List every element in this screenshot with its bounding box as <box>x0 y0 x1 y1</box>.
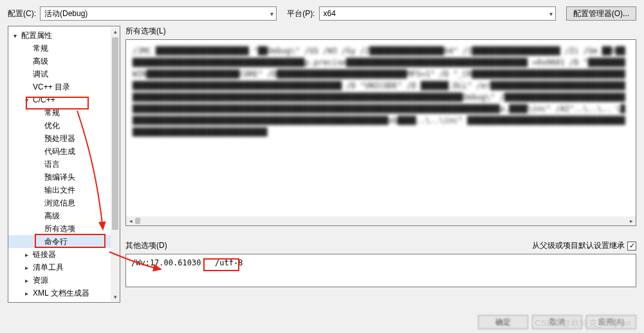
other-options-wv: /Wv:17.00.61030 <box>131 258 201 267</box>
other-options-utf8: /utf-8 <box>215 258 243 267</box>
config-combobox[interactable]: 活动(Debug) ▾ <box>40 6 277 21</box>
expander-closed-icon[interactable]: ▸ <box>25 264 33 271</box>
tree-item-12[interactable]: 输出文件 <box>8 184 112 196</box>
tree-item-label: 预处理器 <box>44 133 75 144</box>
tree-item-label: 高级 <box>33 56 48 67</box>
tree-item-label: 清单工具 <box>33 262 64 273</box>
expander-closed-icon[interactable]: ▸ <box>25 290 33 297</box>
chevron-down-icon: ▾ <box>549 10 553 17</box>
tree-item-label: XML 文档生成器 <box>33 288 89 299</box>
other-options-textarea[interactable]: /Wv:17.00.61030 /utf-8 <box>125 254 636 287</box>
expander-open-icon[interactable]: ▾ <box>14 32 21 39</box>
scroll-right-icon[interactable]: ▸ <box>627 216 636 225</box>
tree-item-15[interactable]: 所有选项 <box>8 222 112 235</box>
tree-item-8[interactable]: 预处理器 <box>8 132 112 145</box>
tree-item-label: 链接器 <box>33 249 56 260</box>
config-manager-button[interactable]: 配置管理器(O)... <box>566 6 636 21</box>
scroll-down-icon[interactable]: ▾ <box>111 292 120 301</box>
tree-item-13[interactable]: 浏览信息 <box>8 196 112 209</box>
scrollbar-thumb[interactable] <box>112 37 118 230</box>
tree-item-label: 优化 <box>44 120 60 131</box>
tree-item-10[interactable]: 语言 <box>8 158 112 171</box>
tree-scrollbar[interactable]: ▴ ▾ <box>111 27 120 301</box>
property-tree: ▾配置属性常规高级调试VC++ 目录▾C/C++常规优化预处理器代码生成语言预编… <box>8 26 120 303</box>
tree-item-1[interactable]: 常规 <box>8 42 112 55</box>
tree-item-label: 命令行 <box>44 236 68 247</box>
tree-item-label: 常规 <box>33 43 48 54</box>
tree-item-3[interactable]: 调试 <box>8 68 112 81</box>
tree-item-19[interactable]: ▸资源 <box>8 274 112 287</box>
platform-value: x64 <box>324 9 336 18</box>
tree-item-16[interactable]: 命令行 <box>8 235 112 248</box>
tree-item-5[interactable]: ▾C/C++ <box>8 93 112 106</box>
scroll-left-icon[interactable]: ◂ <box>126 216 135 225</box>
tree-item-7[interactable]: 优化 <box>8 119 112 132</box>
tree-item-label: C/C++ <box>33 95 55 104</box>
tree-item-0[interactable]: ▾配置属性 <box>8 29 112 42</box>
config-label: 配置(C): <box>8 8 36 19</box>
tree-item-4[interactable]: VC++ 目录 <box>8 81 112 93</box>
tree-item-label: 常规 <box>44 108 60 119</box>
other-options-label: 其他选项(D) <box>125 240 167 251</box>
tree-item-14[interactable]: 高级 <box>8 209 112 222</box>
tree-item-label: 预编译头 <box>44 172 75 183</box>
chevron-down-icon: ▾ <box>270 10 273 17</box>
tree-item-label: 输出文件 <box>44 185 75 196</box>
tree-item-label: 浏览信息 <box>44 198 75 209</box>
tree-item-6[interactable]: 常规 <box>8 106 112 119</box>
platform-combobox[interactable]: x64 ▾ <box>319 6 556 21</box>
tree-item-17[interactable]: ▸链接器 <box>8 248 112 261</box>
all-options-text: /JMC ████████████████████ "██Debug\" /GS… <box>126 40 636 143</box>
config-value: 活动(Debug) <box>44 8 87 19</box>
inherit-label: 从父级或项目默认设置继承 <box>532 240 625 251</box>
platform-label: 平台(P): <box>287 8 315 19</box>
tree-item-18[interactable]: ▸清单工具 <box>8 261 112 274</box>
expander-closed-icon[interactable]: ▸ <box>25 251 33 258</box>
tree-item-label: VC++ 目录 <box>33 82 70 93</box>
tree-item-label: 高级 <box>44 211 60 222</box>
scrollbar-thumb[interactable] <box>135 218 140 224</box>
tree-item-label: 配置属性 <box>21 30 52 41</box>
tree-item-11[interactable]: 预编译头 <box>8 171 112 184</box>
all-options-label: 所有选项(L) <box>125 26 636 37</box>
expander-open-icon[interactable]: ▾ <box>25 97 33 104</box>
scroll-up-icon[interactable]: ▴ <box>111 27 120 36</box>
tree-item-9[interactable]: 代码生成 <box>8 145 112 158</box>
all-options-h-scrollbar[interactable]: ◂ ▸ <box>126 216 636 225</box>
ok-button[interactable]: 确定 <box>478 315 528 329</box>
tree-item-2[interactable]: 高级 <box>8 55 112 68</box>
tree-item-label: 所有选项 <box>44 224 75 234</box>
tree-item-label: 资源 <box>33 275 48 286</box>
cancel-button[interactable]: 取消 <box>532 315 582 329</box>
apply-button[interactable]: 应用(A) <box>586 315 636 329</box>
expander-closed-icon[interactable]: ▸ <box>25 277 33 284</box>
tree-item-label: 语言 <box>44 159 60 170</box>
inherit-checkbox[interactable]: ✓ <box>627 242 636 251</box>
tree-item-label: 代码生成 <box>44 146 75 157</box>
tree-item-20[interactable]: ▸XML 文档生成器 <box>8 287 112 300</box>
tree-item-label: 调试 <box>33 69 48 80</box>
all-options-textarea[interactable]: /JMC ████████████████████ "██Debug\" /GS… <box>125 39 636 226</box>
